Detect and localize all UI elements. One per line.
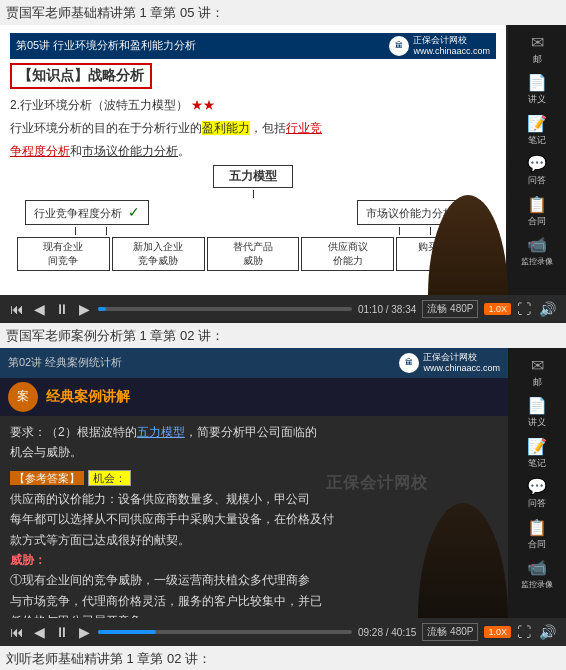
diagram-bottom-row: 现有企业间竞争 新加入企业竞争威胁 替代产品威胁 供应商议价能力 购买商议价能力 — [15, 237, 491, 271]
sidebar-monitor-label: 监控录像 — [521, 257, 553, 266]
knowledge-box: 【知识点】战略分析 — [10, 63, 152, 89]
knowledge-title: 【知识点】战略分析 — [18, 67, 144, 83]
fullscreen-btn-1[interactable]: ⛶ — [517, 301, 531, 317]
progress-fill-1 — [98, 307, 106, 311]
v2-logo-text: 正保会计网校 www.chinaacc.com — [423, 352, 500, 374]
section1-label: 贾国军老师基础精讲第 1 章第 05 讲： — [0, 0, 566, 25]
speed-badge-2[interactable]: 1.0X — [484, 626, 511, 638]
diagram-wrapper: 五力模型 行业竞争程度分析 ✓ — [10, 165, 496, 271]
contract-icon: 📋 — [527, 195, 547, 216]
qa-icon: 💬 — [527, 154, 547, 175]
five-model-label: 五力模型 — [213, 165, 293, 188]
v2-sidebar-qa-btn[interactable]: 💬 问答 — [527, 477, 547, 509]
video1-controls: ⏮ ◀ ⏸ ▶ 01:10 / 38:34 流畅 480P 1.0X ⛶ 🔊 — [0, 295, 566, 323]
sidebar-handout-btn[interactable]: 📄 讲义 — [527, 73, 547, 105]
threat-label: 威胁： — [10, 553, 46, 567]
pause-btn-1[interactable]: ⏸ — [53, 302, 71, 316]
v2-logo-icon: 🏛 — [399, 353, 419, 373]
v2-monitor-icon: 📹 — [521, 558, 553, 579]
sidebar-contract-btn[interactable]: 📋 合同 — [527, 195, 547, 227]
prev-btn-1[interactable]: ◀ — [32, 302, 47, 316]
monitor-icon: 📹 — [521, 235, 553, 256]
progress-bar-1[interactable] — [98, 307, 352, 311]
slide-logo: 🏛 正保会计网校 www.chinaacc.com — [389, 35, 490, 57]
slide-header: 第05讲 行业环境分析和盈利能力分析 🏛 正保会计网校 www.chinaacc… — [10, 33, 496, 59]
v2-sidebar-mail-label: 邮 — [533, 377, 542, 387]
v2-mail-icon: ✉ — [531, 356, 544, 377]
v2-contract-icon: 📋 — [527, 518, 547, 539]
v2-sidebar-monitor-btn[interactable]: 📹 监控录像 — [521, 558, 553, 590]
next-btn-1[interactable]: ▶ — [77, 302, 92, 316]
play-btn-2[interactable]: ⏮ — [8, 625, 26, 639]
volume-btn-2[interactable]: 🔊 — [537, 625, 558, 639]
v2-answer-block: 【参考答案】机会： — [0, 468, 508, 488]
sidebar-note-btn[interactable]: 📝 笔记 — [527, 114, 547, 146]
slide-line1: 行业环境分析的目的在于分析行业的盈利能力，包括行业竞 — [10, 119, 496, 138]
prev-btn-2[interactable]: ◀ — [32, 625, 47, 639]
slide-line2: 争程度分析和市场议价能力分析。 — [10, 142, 496, 161]
section3-label: 刘听老师基础精讲第 1 章第 02 讲： — [0, 646, 566, 670]
sidebar-note-label: 笔记 — [528, 135, 546, 145]
video1-sidebar: ✉ 邮 📄 讲义 📝 笔记 💬 问答 📋 合同 — [508, 25, 566, 295]
sidebar-mail-label: 邮 — [533, 54, 542, 64]
sidebar-contract-label: 合同 — [528, 216, 546, 226]
v2-sidebar-handout-btn[interactable]: 📄 讲义 — [527, 396, 547, 428]
v2-sidebar-mail-btn[interactable]: ✉ 邮 — [531, 356, 544, 388]
next-btn-2[interactable]: ▶ — [77, 625, 92, 639]
v2-sidebar-qa-label: 问答 — [528, 498, 546, 508]
quality-btn-2[interactable]: 流畅 480P — [422, 623, 478, 641]
sidebar-qa-btn[interactable]: 💬 问答 — [527, 154, 547, 186]
video1-inner: 第05讲 行业环境分析和盈利能力分析 🏛 正保会计网校 www.chinaacc… — [0, 25, 566, 323]
mail-icon: ✉ — [531, 33, 544, 54]
v2-header-text: 第02讲 经典案例统计析 — [8, 355, 122, 370]
video2-content: 第02讲 经典案例统计析 🏛 正保会计网校 www.chinaacc.com 案… — [0, 348, 566, 618]
sidebar-monitor-btn[interactable]: 📹 监控录像 — [521, 235, 553, 267]
video2-sidebar: ✉ 邮 📄 讲义 📝 笔记 💬 问答 📋 合同 — [508, 348, 566, 618]
five-model-center: 五力模型 — [15, 165, 491, 188]
v2-qa-icon: 💬 — [527, 477, 547, 498]
speed-badge-1[interactable]: 1.0X — [484, 303, 511, 315]
v2-sidebar-contract-btn[interactable]: 📋 合同 — [527, 518, 547, 550]
sidebar-handout-label: 讲义 — [528, 94, 546, 104]
logo-text: 正保会计网校 www.chinaacc.com — [413, 35, 490, 57]
v2-line1: 要求：（2）根据波特的五力模型，简要分析甲公司面临的 — [10, 422, 498, 442]
video1-container: 第05讲 行业环境分析和盈利能力分析 🏛 正保会计网校 www.chinaacc… — [0, 25, 566, 323]
opportunity-tag: 机会： — [88, 470, 131, 486]
bottom-box-2: 新加入企业竞争威胁 — [112, 237, 205, 271]
video1-slide: 第05讲 行业环境分析和盈利能力分析 🏛 正保会计网校 www.chinaacc… — [0, 25, 506, 295]
v2-case-icon: 案 — [8, 382, 38, 412]
video2-container: 第02讲 经典案例统计析 🏛 正保会计网校 www.chinaacc.com 案… — [0, 348, 566, 646]
bottom-box-1: 现有企业间竞争 — [17, 237, 110, 271]
bottom-box-3: 替代产品威胁 — [207, 237, 300, 271]
v2-case-title: 经典案例讲解 — [46, 388, 130, 406]
progress-bar-2[interactable] — [98, 630, 352, 634]
v2-sidebar-handout-label: 讲义 — [528, 417, 546, 427]
v2-title-bar: 案 经典案例讲解 — [0, 378, 508, 416]
handout-icon: 📄 — [527, 73, 547, 94]
v2-sidebar-note-btn[interactable]: 📝 笔记 — [527, 437, 547, 469]
time-display-1: 01:10 / 38:34 — [358, 304, 416, 315]
play-btn-1[interactable]: ⏮ — [8, 302, 26, 316]
quality-btn-1[interactable]: 流畅 480P — [422, 300, 478, 318]
video2-controls: ⏮ ◀ ⏸ ▶ 09:28 / 40:15 流畅 480P 1.0X ⛶ 🔊 — [0, 618, 566, 646]
v2-handout-icon: 📄 — [527, 396, 547, 417]
diagram-middle-row: 行业竞争程度分析 ✓ 市场议价能力分析 ✓ — [15, 200, 491, 225]
slide-header-text: 第05讲 行业环境分析和盈利能力分析 — [16, 38, 196, 53]
v2-sidebar-note-label: 笔记 — [528, 458, 546, 468]
fullscreen-btn-2[interactable]: ⛶ — [517, 624, 531, 640]
pause-btn-2[interactable]: ⏸ — [53, 625, 71, 639]
sidebar-mail-btn[interactable]: ✉ 邮 — [531, 33, 544, 65]
time-display-2: 09:28 / 40:15 — [358, 627, 416, 638]
slide-subtitle: 2.行业环境分析（波特五力模型） ★★ — [10, 96, 496, 115]
answer-tag: 【参考答案】 — [10, 471, 84, 485]
logo-icon: 🏛 — [389, 36, 409, 56]
volume-btn-1[interactable]: 🔊 — [537, 302, 558, 316]
v2-header: 第02讲 经典案例统计析 🏛 正保会计网校 www.chinaacc.com — [0, 348, 508, 378]
v2-sidebar-contract-label: 合同 — [528, 539, 546, 549]
v2-line2: 机会与威胁。 — [10, 442, 498, 462]
progress-fill-2 — [98, 630, 156, 634]
left-branch-box: 行业竞争程度分析 ✓ — [25, 200, 149, 225]
video1-content: 第05讲 行业环境分析和盈利能力分析 🏛 正保会计网校 www.chinaacc… — [0, 25, 566, 295]
note-icon: 📝 — [527, 114, 547, 135]
section2-label: 贾国军老师案例分析第 1 章第 02 讲： — [0, 323, 566, 348]
